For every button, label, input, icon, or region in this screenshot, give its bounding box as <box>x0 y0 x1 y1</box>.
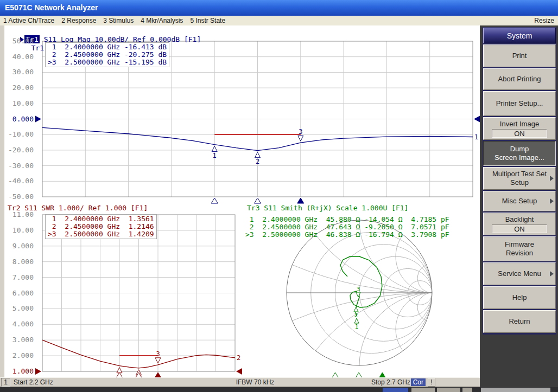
clock-fragment <box>481 388 550 392</box>
softkey-sidebar: System PrintAbort PrintingPrinter Setup.… <box>480 25 558 392</box>
channel-indicator: 1 <box>1 378 10 387</box>
submenu-arrow-icon <box>550 198 554 204</box>
softkey-label: Backlight <box>505 215 534 224</box>
softkey-return[interactable]: Return <box>483 310 556 333</box>
taskbar-button-fragment <box>383 388 408 392</box>
softkey-label: Print <box>512 52 527 60</box>
plot-area-background <box>0 25 480 377</box>
softkey-toggle-state: ON <box>492 224 547 233</box>
menu-item-4-mkr-analysis[interactable]: 4 Mkr/Analysis <box>140 17 184 24</box>
menu-item-resize[interactable]: Resize <box>534 17 558 24</box>
softkey-label: Return <box>509 317 530 326</box>
correction-status-badge: Cor <box>411 378 426 386</box>
softkey-print[interactable]: Print <box>483 44 556 67</box>
softkey-label: Firmware Revision <box>505 240 534 258</box>
softkey-label: Help <box>512 293 527 302</box>
ifbw-label[interactable]: IFBW 70 kHz <box>217 378 293 386</box>
softkey-label: Dump Screen Image... <box>494 145 544 162</box>
menu-items: 1 Active Ch/Trace2 Response3 Stimulus4 M… <box>0 17 534 24</box>
softkey-label: Printer Setup... <box>496 99 543 108</box>
window-title[interactable]: E5071C Network Analyzer <box>0 0 558 16</box>
status-bar: 1 Start 2.2 GHz IFBW 70 kHz Stop 2.7 GHz… <box>0 377 480 387</box>
softkey-abort-printing[interactable]: Abort Printing <box>483 68 556 90</box>
softkey-printer-setup[interactable]: Printer Setup... <box>483 91 556 116</box>
softkey-label: Misc Setup <box>502 197 537 205</box>
start-frequency-label[interactable]: Start 2.2 GHz <box>14 378 53 386</box>
taskbar-button-fragment <box>411 388 435 392</box>
menu-item-3-stimulus[interactable]: 3 Stimulus <box>102 17 135 24</box>
softkey-invert-image[interactable]: Invert ImageON <box>483 117 556 140</box>
softkey-menu-title: System <box>483 28 556 43</box>
softkey-help[interactable]: Help <box>483 286 556 309</box>
softkey-label: Invert Image <box>500 120 539 128</box>
softkey-firmware-revision[interactable]: Firmware Revision <box>483 236 556 261</box>
stop-frequency-label[interactable]: Stop 2.7 GHz <box>371 378 410 386</box>
menu-item-5-instr-state[interactable]: 5 Instr State <box>189 17 226 24</box>
softkey-column: System PrintAbort PrintingPrinter Setup.… <box>483 27 556 335</box>
submenu-arrow-icon <box>550 271 554 277</box>
taskbar-cutoff-strip <box>0 387 558 392</box>
softkey-backlight[interactable]: BacklightON <box>483 213 556 235</box>
left-edge-strip <box>0 25 4 377</box>
softkey-toggle-state: ON <box>492 129 547 138</box>
softkey-dump-screen-image[interactable]: Dump Screen Image... <box>483 141 556 166</box>
taskbar-button-fragment <box>437 388 460 392</box>
softkey-label: Service Menu <box>498 269 541 278</box>
softkey-service-menu[interactable]: Service Menu <box>483 262 556 285</box>
alert-badge[interactable]: ! <box>428 378 435 387</box>
softkey-label: Abort Printing <box>498 75 541 83</box>
menu-bar: 1 Active Ch/Trace2 Response3 Stimulus4 M… <box>0 16 558 26</box>
menu-item-1-active-ch-trace[interactable]: 1 Active Ch/Trace <box>2 17 55 24</box>
submenu-arrow-icon <box>550 176 554 181</box>
menu-item-2-response[interactable]: 2 Response <box>60 17 97 24</box>
softkey-label: Multiport Test Set Setup <box>492 170 547 187</box>
taskbar-button-fragment <box>462 388 472 392</box>
softkey-misc-setup[interactable]: Misc Setup <box>483 191 556 211</box>
softkey-multiport-test-set-setup[interactable]: Multiport Test Set Setup <box>483 167 556 190</box>
